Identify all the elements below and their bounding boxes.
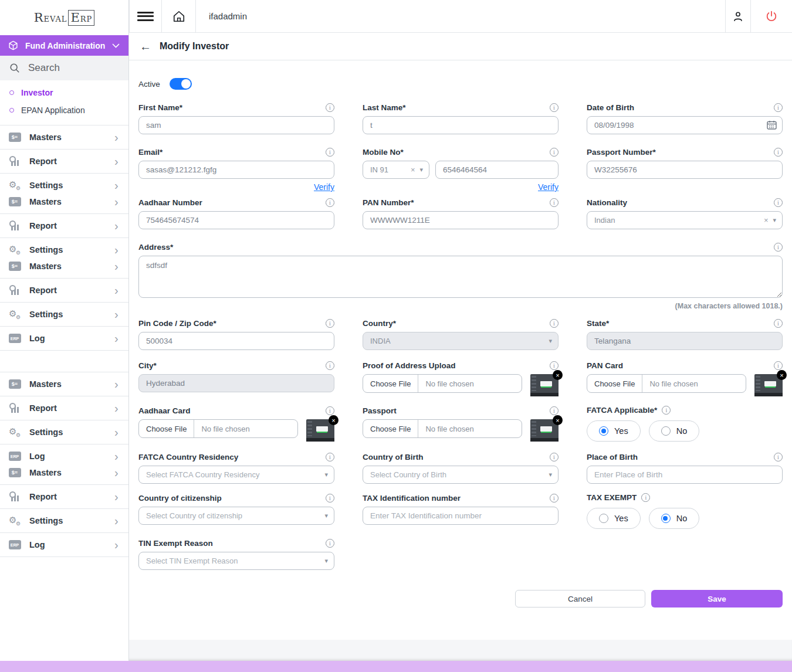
tax-exempt-no-radio[interactable]: No — [649, 508, 700, 529]
sidebar-item-masters[interactable]: Masters — [8, 258, 121, 274]
email-verify-link[interactable]: Verify — [314, 182, 334, 192]
fatca-no-radio[interactable]: No — [649, 420, 700, 442]
info-icon[interactable] — [326, 453, 334, 461]
info-icon[interactable] — [326, 361, 334, 370]
info-icon[interactable] — [550, 361, 559, 370]
info-icon[interactable] — [774, 319, 783, 328]
back-button[interactable] — [140, 40, 151, 53]
passport-thumbnail[interactable] — [530, 419, 559, 442]
sidebar-search[interactable]: Search — [0, 56, 128, 80]
first-name-input[interactable] — [138, 116, 334, 134]
nationality-select[interactable]: Indian — [587, 211, 783, 229]
sidebar-item-log[interactable]: Log — [8, 448, 121, 464]
module-selector[interactable]: Fund Administration — [0, 35, 128, 56]
choose-file-button[interactable]: Choose File — [139, 420, 194, 437]
tax-exempt-yes-radio[interactable]: Yes — [587, 508, 641, 529]
info-icon[interactable] — [662, 406, 671, 415]
last-name-input[interactable] — [363, 116, 559, 134]
info-icon[interactable] — [326, 406, 334, 415]
info-icon[interactable] — [774, 148, 783, 157]
passport-number-input[interactable] — [587, 161, 783, 179]
home-button[interactable] — [162, 0, 196, 32]
sidebar-item-report[interactable]: Report — [0, 279, 128, 303]
sidebar-item-log[interactable]: Log — [0, 533, 128, 557]
remove-file-icon[interactable] — [553, 370, 563, 380]
menu-label: Settings — [29, 516, 106, 525]
country-code-select[interactable]: IN 91 — [363, 161, 429, 179]
remove-file-icon[interactable] — [329, 415, 339, 425]
info-icon[interactable] — [550, 406, 559, 415]
choose-file-button[interactable]: Choose File — [587, 375, 642, 392]
sidebar-item-settings[interactable]: Settings — [0, 420, 128, 444]
aadhaar-card-file-input[interactable]: Choose File No file chosen — [138, 419, 298, 438]
fatca-yes-radio[interactable]: Yes — [587, 420, 641, 442]
aadhaar-number-input[interactable] — [138, 211, 334, 229]
tin-exempt-reason-select[interactable]: Select TIN Exempt Reason — [138, 552, 334, 570]
info-icon[interactable] — [326, 198, 334, 207]
info-icon[interactable] — [774, 453, 783, 461]
info-icon[interactable] — [550, 148, 559, 157]
logout-button[interactable] — [751, 0, 792, 32]
remove-file-icon[interactable] — [777, 370, 787, 380]
mobile-input[interactable] — [435, 161, 559, 179]
info-icon[interactable] — [326, 539, 334, 548]
profile-button[interactable] — [725, 0, 751, 32]
sidebar-item-report[interactable]: Report — [0, 396, 128, 420]
info-icon[interactable] — [774, 103, 783, 112]
mobile-verify-link[interactable]: Verify — [538, 182, 559, 192]
info-icon[interactable] — [326, 319, 334, 328]
aadhaar-card-thumbnail[interactable] — [306, 419, 334, 442]
passport-file-input[interactable]: Choose File No file chosen — [363, 419, 522, 438]
info-icon[interactable] — [326, 148, 334, 157]
sidebar-item-masters[interactable]: Masters — [8, 464, 121, 481]
tin-input[interactable] — [363, 507, 559, 525]
sidebar-item-masters[interactable]: Masters — [0, 125, 128, 150]
pan-number-input[interactable] — [363, 211, 559, 229]
fatca-country-select[interactable]: Select FATCA Country Residency — [138, 466, 334, 484]
info-icon[interactable] — [641, 493, 650, 502]
pan-card-thumbnail[interactable] — [754, 374, 783, 396]
sidebar-item-log[interactable]: Log — [0, 327, 128, 351]
info-icon[interactable] — [326, 494, 334, 503]
country-of-birth-select[interactable]: Select Country of Birth — [363, 466, 559, 484]
sidebar-item-investor[interactable]: Investor — [0, 84, 128, 101]
calendar-icon[interactable] — [767, 120, 777, 130]
active-toggle[interactable] — [170, 78, 192, 90]
email-input[interactable] — [138, 161, 334, 179]
sidebar-item-settings[interactable]: Settings — [0, 303, 128, 327]
sidebar-item-settings[interactable]: Settings — [0, 509, 128, 533]
proof-of-address-thumbnail[interactable] — [530, 374, 559, 396]
sidebar-item-report[interactable]: Report — [0, 214, 128, 238]
proof-of-address-file-input[interactable]: Choose File No file chosen — [363, 374, 522, 393]
info-icon[interactable] — [550, 198, 559, 207]
info-icon[interactable] — [774, 243, 783, 252]
sidebar-item-settings[interactable]: Settings — [8, 177, 121, 194]
clear-icon[interactable] — [411, 165, 415, 174]
remove-file-icon[interactable] — [553, 415, 563, 425]
info-icon[interactable] — [550, 103, 559, 112]
clear-icon[interactable] — [764, 216, 769, 225]
citizenship-select[interactable]: Select Country of citizenship — [138, 507, 334, 525]
address-textarea[interactable]: sdfsdf — [138, 256, 783, 298]
sidebar-item-epan-application[interactable]: EPAN Application — [0, 101, 128, 119]
choose-file-button[interactable]: Choose File — [363, 375, 418, 392]
info-icon[interactable] — [774, 198, 783, 207]
sidebar-item-masters[interactable]: Masters — [8, 194, 121, 210]
dob-input[interactable] — [587, 116, 783, 134]
cancel-button[interactable]: Cancel — [515, 590, 645, 607]
info-icon[interactable] — [550, 319, 559, 328]
pan-card-file-input[interactable]: Choose File No file chosen — [587, 374, 746, 393]
info-icon[interactable] — [550, 453, 559, 461]
pincode-input[interactable] — [138, 332, 334, 350]
menu-toggle-button[interactable] — [129, 0, 162, 32]
place-of-birth-input[interactable] — [587, 466, 783, 484]
sidebar-item-report[interactable]: Report — [0, 150, 128, 174]
sidebar-item-report[interactable]: Report — [0, 485, 128, 509]
sidebar-item-masters[interactable]: Masters — [0, 372, 128, 396]
sidebar-item-settings[interactable]: Settings — [8, 242, 121, 258]
info-icon[interactable] — [550, 494, 559, 503]
choose-file-button[interactable]: Choose File — [363, 420, 418, 437]
info-icon[interactable] — [774, 361, 783, 370]
save-button[interactable]: Save — [651, 590, 783, 607]
info-icon[interactable] — [326, 103, 334, 112]
